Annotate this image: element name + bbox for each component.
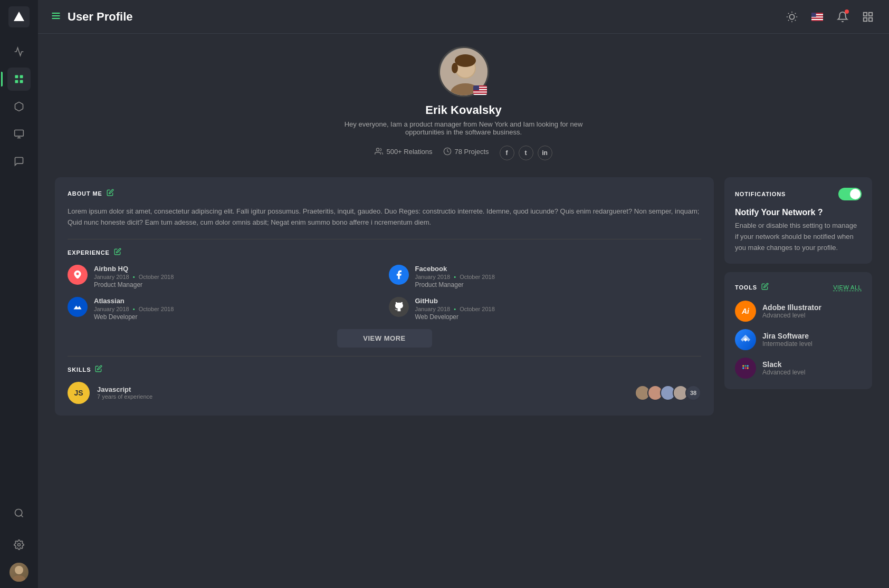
sidebar-item-settings[interactable] [7, 533, 31, 556]
tool-item-jira: Jira Software Intermediate level [735, 329, 862, 350]
github-logo [389, 297, 409, 317]
sidebar-item-components[interactable] [7, 122, 31, 146]
language-flag[interactable] [809, 8, 826, 25]
sidebar-item-cube[interactable] [7, 95, 31, 118]
airbnb-role: Product Manager [94, 281, 380, 288]
twitter-btn[interactable]: t [519, 146, 533, 160]
airbnb-company: Airbnb HQ [94, 265, 380, 273]
experience-grid: Airbnb HQ January 2018 • October 2018 Pr… [68, 265, 701, 321]
menu-icon[interactable] [51, 11, 61, 23]
tools-view-all[interactable]: VIEW ALL [833, 284, 862, 291]
main-content: User Profile [38, 0, 889, 588]
atlassian-company: Atlassian [94, 297, 380, 305]
atlassian-logo [68, 297, 88, 317]
app-logo[interactable] [8, 6, 30, 27]
relations-stat: 500+ Relations [375, 147, 432, 156]
slack-level: Advanced level [762, 369, 805, 376]
page-title: User Profile [68, 10, 783, 24]
sidebar-item-search[interactable] [7, 502, 31, 525]
facebook-logo [389, 265, 409, 285]
svg-rect-34 [864, 12, 867, 15]
tools-title: TOOLS [735, 284, 757, 291]
svg-rect-36 [864, 17, 867, 21]
svg-rect-5 [15, 130, 24, 137]
slack-info: Slack Advanced level [762, 360, 805, 376]
facebook-btn[interactable]: f [500, 146, 514, 160]
javascript-info: Javascript 7 years of experience [97, 385, 627, 400]
profile-flag [473, 85, 487, 95]
svg-rect-1 [15, 75, 18, 79]
user-avatar[interactable] [9, 563, 28, 582]
svg-rect-37 [869, 17, 872, 21]
svg-rect-53 [742, 368, 744, 369]
divider-2 [68, 356, 701, 356]
tools-card: TOOLS VIEW ALL [724, 272, 872, 389]
about-edit-icon[interactable] [107, 189, 114, 198]
tools-edit-icon[interactable] [761, 283, 769, 292]
svg-point-42 [455, 54, 476, 67]
github-company: GitHub [415, 297, 702, 305]
svg-rect-35 [869, 12, 872, 15]
jira-logo [735, 329, 756, 350]
notify-network-title: Notify Your Network ? [735, 208, 862, 217]
svg-rect-32 [811, 20, 823, 21]
notifications-bell[interactable] [834, 8, 851, 25]
components-icon [14, 129, 24, 139]
facebook-role: Product Manager [415, 281, 702, 288]
svg-rect-52 [742, 365, 744, 367]
illustrator-name: Adobe Illustrator [762, 303, 821, 312]
svg-line-24 [795, 13, 796, 13]
svg-point-12 [13, 575, 25, 582]
notifications-header: NOTIFICATIONS [735, 188, 862, 200]
svg-rect-4 [20, 80, 23, 83]
svg-line-9 [21, 515, 23, 517]
svg-rect-31 [811, 18, 823, 20]
exp-item-atlassian: Atlassian January 2018 • October 2018 We… [68, 297, 380, 321]
skills-edit-icon[interactable] [95, 365, 102, 374]
svg-marker-0 [14, 12, 24, 21]
social-icons: f t in [500, 146, 552, 160]
skills-title: SKILLS [68, 367, 91, 373]
slack-logo [735, 358, 756, 379]
theme-toggle[interactable] [783, 8, 800, 25]
cube-icon [14, 101, 24, 112]
about-section-header: ABOUT ME [68, 189, 701, 198]
notifications-toggle[interactable] [838, 188, 862, 200]
facebook-info: Facebook January 2018 • October 2018 Pro… [415, 265, 702, 288]
projects-icon [443, 147, 452, 156]
javascript-badge: JS [68, 382, 90, 404]
facebook-dates: January 2018 • October 2018 [415, 274, 702, 280]
svg-rect-30 [811, 17, 823, 18]
relations-count: 500+ Relations [386, 148, 432, 156]
view-more-button[interactable]: VIEW MORE [337, 329, 432, 348]
sidebar-item-chat[interactable] [7, 150, 31, 173]
profile-bio: Hey everyone, Iam a product manager from… [332, 120, 596, 136]
gear-icon [14, 539, 24, 550]
skill-row-javascript: JS Javascript 7 years of experience 38 [68, 382, 701, 404]
apps-grid[interactable] [859, 8, 876, 25]
profile-header: Erik Kovalsky Hey everyone, Iam a produc… [55, 46, 872, 162]
about-text: Lorem ipsum dolor sit amet, consectetur … [68, 206, 701, 228]
exp-item-facebook: Facebook January 2018 • October 2018 Pro… [389, 265, 702, 288]
github-role: Web Developer [415, 313, 702, 321]
about-title: ABOUT ME [68, 190, 102, 197]
sidebar-item-dashboard[interactable] [7, 68, 31, 91]
svg-line-20 [795, 20, 796, 20]
svg-point-43 [452, 63, 458, 73]
experience-title: EXPERIENCE [68, 249, 110, 256]
facebook-company: Facebook [415, 265, 702, 273]
svg-point-11 [15, 566, 23, 574]
experience-edit-icon[interactable] [114, 248, 121, 257]
experience-section-header: EXPERIENCE [68, 248, 701, 257]
left-card: ABOUT ME Lorem ipsum dolor sit amet, con… [55, 177, 714, 416]
tool-item-slack: Slack Advanced level [735, 358, 862, 379]
atlassian-role: Web Developer [94, 313, 380, 321]
jira-info: Jira Software Intermediate level [762, 332, 812, 348]
sidebar-item-activity[interactable] [7, 40, 31, 63]
jira-level: Intermediate level [762, 340, 812, 348]
linkedin-btn[interactable]: in [538, 146, 552, 160]
exp-item-airbnb: Airbnb HQ January 2018 • October 2018 Pr… [68, 265, 380, 288]
divider-1 [68, 239, 701, 239]
airbnb-dates: January 2018 • October 2018 [94, 274, 380, 280]
svg-point-16 [789, 14, 794, 19]
